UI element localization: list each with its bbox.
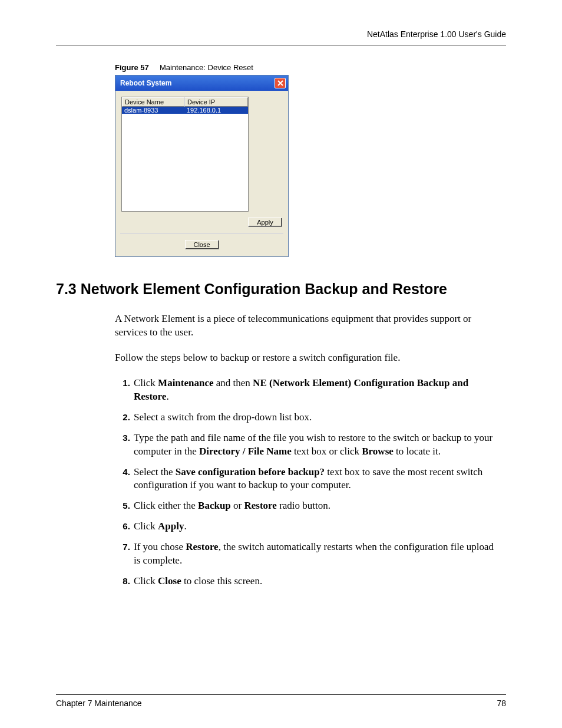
list-item: Click Apply. [133,520,500,533]
list-item: If you chose Restore, the switch automat… [133,541,500,568]
window-close-button[interactable] [275,78,286,88]
list-item: Type the path and file name of the file … [133,431,500,459]
page-header: NetAtlas Enterprise 1.00 User's Guide [56,29,506,45]
footer-page-number: 78 [497,699,506,708]
figure-label: Figure 57 [115,63,149,72]
section-heading: 7.3 Network Element Configuration Backup… [56,281,506,298]
apply-button[interactable]: Apply [248,218,282,227]
close-icon [277,80,283,86]
divider [120,233,283,234]
table-row[interactable]: dslam-8933 192.168.0.1 [122,107,248,114]
dialog-title: Reboot System [120,79,275,87]
cell-device-ip: 192.168.0.1 [184,107,248,114]
table-header: Device Name Device IP [122,97,248,107]
paragraph: Follow the steps below to backup or rest… [115,351,500,365]
list-item: Click Close to close this screen. [133,575,500,588]
list-item: Click Maintenance and then NE (Network E… [133,377,500,404]
close-button[interactable]: Close [185,240,219,249]
paragraph: A Network Element is a piece of telecomm… [115,312,500,340]
header-text: NetAtlas Enterprise 1.00 User's Guide [367,29,506,39]
page-footer: Chapter 7 Maintenance 78 [56,694,506,708]
device-table[interactable]: Device Name Device IP dslam-8933 192.168… [121,97,249,212]
table-empty-area [122,114,248,211]
step-list: Click Maintenance and then NE (Network E… [115,377,506,588]
figure-caption-text: Maintenance: Device Reset [160,63,253,72]
list-item: Select a switch from the drop-down list … [133,411,500,424]
figure-caption: Figure 57 Maintenance: Device Reset [115,63,506,72]
list-item: Click either the Backup or Restore radio… [133,499,500,513]
col-device-name[interactable]: Device Name [122,97,184,107]
cell-device-name: dslam-8933 [122,107,184,114]
dialog-titlebar: Reboot System [115,75,288,91]
footer-left: Chapter 7 Maintenance [56,699,497,708]
col-device-ip[interactable]: Device IP [184,97,248,107]
list-item: Select the Save configuration before bac… [133,466,500,493]
reboot-system-dialog: Reboot System Device Name Device IP dsla… [115,75,289,257]
